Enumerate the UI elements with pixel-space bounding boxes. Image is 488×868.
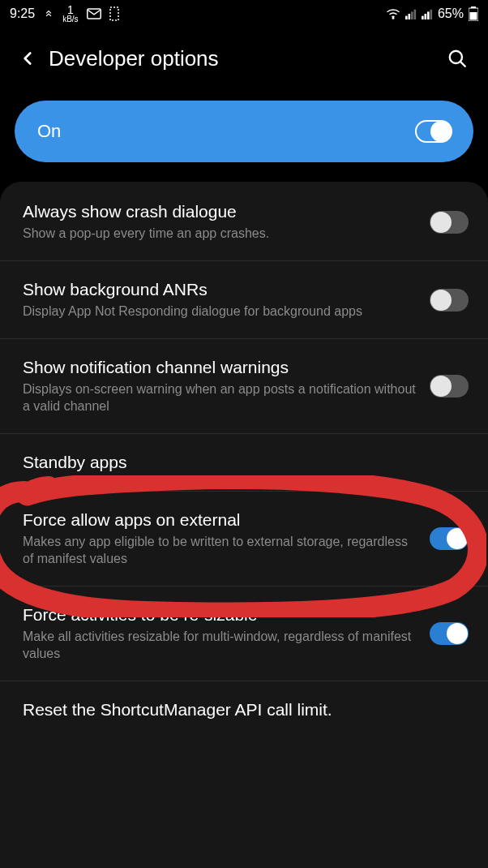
toggle-background-anrs[interactable] bbox=[430, 289, 469, 312]
svg-rect-1 bbox=[110, 7, 118, 20]
toggle-force-resizable[interactable] bbox=[430, 622, 469, 645]
svg-rect-7 bbox=[422, 16, 424, 19]
master-toggle-card[interactable]: On bbox=[15, 101, 473, 162]
settings-panel: Always show crash dialogue Show a pop-up… bbox=[0, 182, 488, 868]
svg-rect-6 bbox=[413, 10, 416, 19]
row-subtitle: Makes any app eligible to be written to … bbox=[23, 534, 418, 568]
svg-rect-4 bbox=[408, 14, 410, 19]
svg-rect-3 bbox=[405, 16, 408, 19]
mail-icon bbox=[87, 8, 101, 19]
svg-rect-5 bbox=[411, 11, 413, 19]
row-background-anrs[interactable]: Show background ANRs Display App Not Res… bbox=[0, 261, 488, 339]
svg-rect-10 bbox=[430, 10, 432, 19]
row-reset-shortcut[interactable]: Reset the ShortcutManager API call limit… bbox=[0, 681, 488, 738]
page-title: Developer options bbox=[49, 46, 441, 71]
status-time: 9:25 bbox=[10, 6, 35, 21]
row-title: Reset the ShortcutManager API call limit… bbox=[23, 699, 457, 720]
row-always-crash[interactable]: Always show crash dialogue Show a pop-up… bbox=[0, 183, 488, 261]
row-title: Always show crash dialogue bbox=[23, 201, 418, 222]
row-standby-apps[interactable]: Standby apps bbox=[0, 434, 488, 492]
svg-rect-9 bbox=[427, 11, 430, 19]
row-subtitle: Show a pop-up every time an app crashes. bbox=[23, 226, 418, 243]
row-title: Standby apps bbox=[23, 452, 457, 473]
row-force-external[interactable]: Force allow apps on external Makes any a… bbox=[0, 492, 488, 587]
page-header: Developer options bbox=[0, 28, 488, 92]
dashed-box-icon bbox=[109, 6, 119, 21]
status-bar: 9:25 1 kB/s 65% bbox=[0, 0, 488, 28]
toggle-force-external[interactable] bbox=[430, 527, 469, 550]
signal-icon-1 bbox=[405, 8, 417, 19]
toggle-notif-channel[interactable] bbox=[430, 375, 469, 397]
row-subtitle: Display App Not Responding dialogue for … bbox=[23, 303, 418, 320]
battery-icon bbox=[469, 6, 478, 21]
row-force-resizable[interactable]: Force activities to be re-sizable Make a… bbox=[0, 587, 488, 681]
network-speed: 1 kB/s bbox=[62, 4, 78, 24]
wifi-icon bbox=[386, 8, 400, 19]
row-subtitle: Displays on-screen warning when an app p… bbox=[23, 381, 418, 415]
back-button[interactable] bbox=[11, 42, 44, 75]
svg-rect-8 bbox=[424, 14, 426, 19]
chevron-left-icon bbox=[17, 48, 38, 69]
row-notif-channel[interactable]: Show notification channel warnings Displ… bbox=[0, 339, 488, 434]
upload-indicator-icon bbox=[43, 8, 54, 19]
svg-rect-13 bbox=[470, 12, 477, 20]
row-title: Show notification channel warnings bbox=[23, 357, 418, 378]
search-icon bbox=[447, 48, 468, 69]
row-subtitle: Make all activities resizable for multi-… bbox=[23, 629, 418, 663]
row-title: Force allow apps on external bbox=[23, 509, 418, 531]
row-title: Force activities to be re-sizable bbox=[23, 604, 418, 625]
svg-line-15 bbox=[460, 62, 464, 66]
master-toggle-label: On bbox=[37, 121, 61, 142]
battery-percent: 65% bbox=[438, 6, 464, 21]
signal-icon-2 bbox=[422, 8, 433, 19]
master-toggle-switch[interactable] bbox=[415, 120, 452, 143]
svg-point-2 bbox=[392, 18, 394, 19]
row-title: Show background ANRs bbox=[23, 279, 418, 300]
toggle-always-crash[interactable] bbox=[430, 211, 469, 234]
search-button[interactable] bbox=[441, 42, 473, 75]
